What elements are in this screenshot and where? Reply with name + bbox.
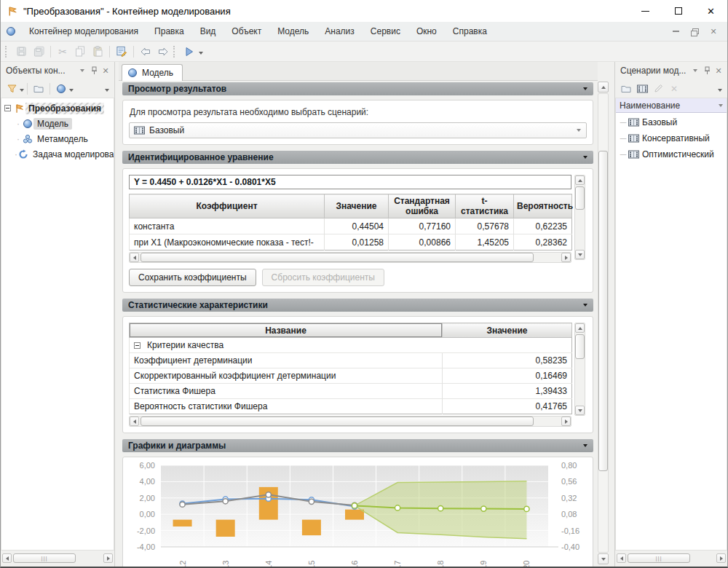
scenario-combobox[interactable]: Базовый — [129, 122, 587, 138]
tree-item-model[interactable]: · Модель — [4, 116, 114, 131]
maximize-button[interactable] — [662, 0, 695, 22]
list-item-basic[interactable]: ─ Базовый — [619, 114, 727, 130]
equation-vscrollbar[interactable] — [574, 175, 585, 260]
list-item-conservative[interactable]: ─ Консервативный — [619, 130, 727, 146]
section-header-equation[interactable]: Идентифицированное уравнение — [122, 151, 593, 164]
minimize-button[interactable] — [629, 0, 662, 22]
scroll-right-icon[interactable] — [561, 253, 571, 262]
pin-icon[interactable] — [88, 65, 100, 76]
tree-root-row[interactable]: Преобразования — [4, 100, 114, 116]
table-row[interactable]: константа 0,44504 0,77160 0,57678 0,6223… — [130, 218, 572, 234]
model-filter-caret-icon[interactable] — [69, 84, 74, 94]
cut-icon[interactable]: ✂ — [54, 44, 71, 60]
edit-pencil-icon[interactable] — [650, 81, 666, 97]
left-toolbar-caret-icon[interactable] — [105, 84, 109, 94]
menu-object[interactable]: Объект — [223, 23, 269, 39]
col-value[interactable]: Значение — [443, 323, 572, 338]
col-name[interactable]: Название — [130, 323, 443, 338]
scroll-right-icon[interactable] — [103, 553, 113, 563]
filter-caret-icon[interactable] — [20, 84, 24, 94]
edit-icon[interactable] — [113, 44, 130, 60]
stats-hscrollbar[interactable] — [129, 416, 571, 427]
folder-icon[interactable] — [618, 81, 634, 97]
menu-analysis[interactable]: Анализ — [317, 23, 363, 39]
mdi-minimize-button[interactable] — [666, 24, 685, 39]
combo-caret-icon[interactable] — [577, 129, 581, 132]
panel-menu-caret-icon[interactable] — [76, 65, 88, 76]
col-probability[interactable]: Вероятность — [514, 194, 572, 218]
menu-container[interactable]: Контейнер моделирования — [21, 23, 146, 39]
run-icon[interactable] — [181, 44, 198, 60]
group-row[interactable]: Критерии качества — [130, 338, 572, 353]
save-all-icon[interactable] — [30, 44, 47, 60]
right-panel-hscrollbar[interactable]: ||| — [617, 552, 726, 564]
scroll-down-icon[interactable] — [575, 250, 585, 259]
scroll-up-icon[interactable] — [575, 175, 585, 185]
col-coefficient[interactable]: Коэффициент — [130, 194, 325, 218]
scroll-up-icon[interactable] — [575, 323, 585, 333]
scroll-right-icon[interactable] — [561, 417, 571, 426]
right-toolbar-caret-icon[interactable] — [718, 84, 722, 94]
mdi-restore-button[interactable] — [685, 24, 704, 39]
filter-icon[interactable] — [4, 81, 20, 97]
col-std-error[interactable]: Стандартная ошибка — [389, 194, 456, 218]
scroll-left-icon[interactable] — [617, 553, 626, 563]
run-dropdown-caret-icon[interactable] — [199, 47, 203, 57]
save-coefficients-button[interactable]: Сохранить коэффициенты — [129, 269, 256, 286]
menu-edit[interactable]: Правка — [146, 23, 192, 39]
column-caret-icon[interactable] — [719, 104, 723, 107]
scroll-down-icon[interactable] — [575, 406, 585, 415]
pin-icon[interactable] — [701, 65, 713, 76]
collapse-section-icon[interactable] — [583, 304, 587, 307]
menu-help[interactable]: Справка — [445, 23, 495, 39]
col-value[interactable]: Значение — [325, 194, 389, 218]
scenarios-column-header[interactable]: Наименование — [616, 98, 727, 113]
list-item-optimistic[interactable]: ─ Оптимистический — [619, 146, 727, 162]
scroll-right-icon[interactable] — [716, 553, 726, 563]
equation-hscrollbar[interactable] — [129, 252, 571, 263]
menu-view[interactable]: Вид — [192, 23, 224, 39]
tree-item-metamodel[interactable]: · Метамодель — [4, 131, 114, 146]
close-button[interactable]: ✕ — [695, 0, 727, 22]
left-panel-hscrollbar[interactable]: ||| — [2, 552, 113, 564]
scroll-up-icon[interactable] — [598, 82, 609, 92]
folder-icon[interactable] — [31, 81, 47, 97]
section-header-stats[interactable]: Статистические характеристики — [122, 299, 593, 312]
paste-icon[interactable] — [89, 44, 106, 60]
scroll-left-icon[interactable] — [2, 553, 12, 563]
collapse-expander-icon[interactable] — [4, 105, 11, 111]
menu-model[interactable]: Модель — [269, 23, 317, 39]
table-row[interactable]: Коэффициент детерминации0,58235 — [130, 353, 572, 368]
scroll-left-icon[interactable] — [130, 417, 139, 426]
close-icon[interactable]: ✕ — [100, 65, 111, 76]
panel-menu-caret-icon[interactable] — [689, 65, 701, 76]
tree-item-modeling-task[interactable]: · Задача моделирования — [4, 146, 114, 162]
menu-service[interactable]: Сервис — [363, 23, 408, 39]
collapse-section-icon[interactable] — [583, 87, 587, 90]
main-vscrollbar[interactable] — [598, 82, 609, 564]
collapse-group-icon[interactable] — [134, 342, 141, 349]
col-t-stat[interactable]: t-статистика — [456, 194, 514, 218]
section-header-results[interactable]: Просмотр результатов — [122, 82, 593, 95]
table-row[interactable]: Вероятность статистики Фишера0,41765 — [130, 399, 572, 414]
collapse-section-icon[interactable] — [583, 156, 587, 159]
table-row[interactable]: при X1 (Макроэкономические показа - тест… — [130, 234, 572, 251]
table-row[interactable]: Статистика Фишера1,39433 — [130, 384, 572, 399]
menu-window[interactable]: Окно — [408, 23, 445, 39]
scroll-down-icon[interactable] — [598, 553, 609, 564]
tab-model[interactable]: Модель — [122, 64, 183, 81]
save-icon[interactable] — [12, 44, 30, 60]
collapse-section-icon[interactable] — [583, 444, 587, 447]
stats-vscrollbar[interactable] — [574, 323, 585, 416]
model-filter-icon[interactable] — [53, 81, 69, 97]
close-icon[interactable]: ✕ — [713, 65, 724, 76]
delete-icon[interactable]: ✕ — [666, 81, 682, 97]
table-row[interactable]: Скорректированный коэффициент детерминац… — [130, 368, 572, 384]
reset-coefficients-button[interactable]: Сбросить коэффициенты — [262, 269, 384, 286]
forward-icon[interactable] — [154, 44, 172, 60]
section-header-charts[interactable]: Графики и диаграммы — [122, 439, 593, 452]
scenario-icon[interactable] — [634, 81, 650, 97]
scroll-left-icon[interactable] — [130, 253, 139, 262]
mdi-close-button[interactable]: ✕ — [704, 24, 723, 39]
back-icon[interactable] — [137, 44, 154, 60]
